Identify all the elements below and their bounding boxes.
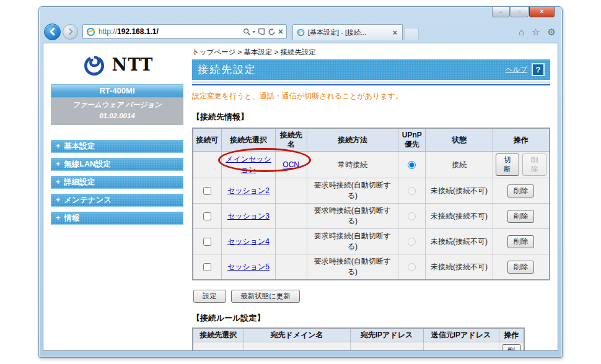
cell-actions: 切断削除 bbox=[493, 152, 550, 178]
session5-link[interactable]: セッション5 bbox=[227, 262, 270, 271]
cell-connectable bbox=[193, 254, 222, 280]
form-actions: 設定 最新状態に更新 bbox=[193, 290, 550, 303]
main-session-link[interactable]: メインセッション bbox=[226, 155, 271, 174]
close-button[interactable]: × bbox=[529, 7, 555, 17]
sidebar: NTT RT-400MI ファームウェア バージョン 01.02.0014 +基… bbox=[43, 43, 191, 350]
disconnect-button[interactable]: 切断 bbox=[496, 154, 520, 176]
rule-session2-link[interactable]: セッション2 bbox=[196, 351, 238, 352]
upnp-radio[interactable] bbox=[408, 212, 416, 220]
cell-connectable bbox=[193, 204, 222, 229]
cell-session: メインセッション bbox=[222, 152, 276, 178]
sidebar-item-label: メンテナンス bbox=[64, 196, 112, 204]
ie-logo-icon bbox=[86, 27, 95, 37]
tab-favicon-ie-icon bbox=[297, 28, 305, 37]
session2-link[interactable]: セッション2 bbox=[227, 186, 270, 195]
window-titlebar[interactable]: – ▫ × bbox=[39, 7, 562, 23]
window-controls: – ▫ × bbox=[491, 7, 555, 17]
cell-upnp bbox=[398, 152, 426, 178]
breadcrumb: トップページ > 基本設定 > 接続先設定 bbox=[192, 48, 550, 57]
router-model: RT-400MI bbox=[51, 84, 183, 98]
favorites-star-icon[interactable]: ☆ bbox=[532, 27, 540, 37]
upnp-radio[interactable] bbox=[408, 238, 416, 246]
session4-link[interactable]: セッション4 bbox=[227, 237, 270, 246]
cell-actions: 削除 bbox=[499, 342, 524, 352]
divider-rule bbox=[192, 82, 550, 85]
compatibility-view-icon[interactable] bbox=[258, 28, 265, 35]
sidebar-item-information[interactable]: +情報 bbox=[51, 212, 183, 225]
upnp-radio[interactable] bbox=[408, 161, 416, 169]
delete-button[interactable]: 削除 bbox=[507, 184, 534, 197]
sidebar-item-label: 無線LAN設定 bbox=[64, 160, 111, 168]
delete-button[interactable]: 削除 bbox=[507, 261, 534, 274]
new-tab-button[interactable] bbox=[404, 28, 419, 40]
address-bar-icons: ▾ × bbox=[243, 27, 283, 36]
cell-name bbox=[275, 204, 307, 229]
address-bar[interactable]: http://192.168.1.1/ ▾ × bbox=[82, 24, 287, 39]
back-button[interactable] bbox=[44, 24, 61, 40]
cell-session: セッション3 bbox=[222, 204, 276, 229]
cell-method: 要求時接続(自動切断する) bbox=[307, 229, 398, 254]
cell-status: 未接続(接続不可) bbox=[426, 178, 493, 204]
upnp-radio[interactable] bbox=[408, 187, 416, 195]
delete-button[interactable]: 削除 bbox=[502, 344, 522, 351]
stop-icon[interactable]: × bbox=[278, 27, 283, 36]
warning-message: 設定変更を行うと、通話・通信が切断されることがあります。 bbox=[192, 91, 550, 102]
connection-info-table-wrap: 接続可 接続先選択 接続先名 接続方法 UPnP優先 状態 操作 メインセッショ… bbox=[192, 128, 550, 280]
connection-info-table: 接続可 接続先選択 接続先名 接続方法 UPnP優先 状態 操作 メインセッショ… bbox=[192, 128, 550, 280]
minimize-button[interactable]: – bbox=[492, 7, 510, 17]
search-dropdown-icon[interactable]: ▾ bbox=[253, 29, 255, 35]
cell-session: セッション2 bbox=[222, 178, 276, 204]
sidebar-item-maintenance[interactable]: +メンテナンス bbox=[51, 194, 183, 207]
expand-plus-icon: + bbox=[56, 160, 60, 168]
connectable-checkbox[interactable] bbox=[203, 263, 211, 271]
tab-close-icon[interactable]: × bbox=[392, 28, 398, 37]
help-link[interactable]: ヘルプ bbox=[506, 65, 527, 74]
firmware-label: ファームウェア バージョン bbox=[51, 100, 183, 111]
ntt-logo: NTT bbox=[43, 48, 191, 80]
url-scheme: http:// bbox=[99, 27, 117, 36]
sidebar-item-wlan-settings[interactable]: +無線LAN設定 bbox=[51, 158, 183, 171]
col-session-select: 接続先選択 bbox=[193, 328, 243, 342]
apply-settings-button[interactable]: 設定 bbox=[193, 290, 226, 303]
col-connection-method: 接続方法 bbox=[307, 128, 398, 152]
url-text[interactable]: http://192.168.1.1/ bbox=[99, 27, 159, 36]
forward-button[interactable] bbox=[63, 24, 78, 40]
ocn-link[interactable]: OCN bbox=[283, 160, 299, 169]
table-header-row: 接続先選択 宛先ドメイン名 宛先IPアドレス 送信元IPアドレス 操作 bbox=[193, 328, 524, 342]
connectable-checkbox[interactable] bbox=[203, 238, 211, 246]
section-heading-rules: 【接続ルール設定】 bbox=[192, 313, 550, 324]
upnp-radio[interactable] bbox=[408, 263, 416, 271]
maximize-button[interactable]: ▫ bbox=[511, 7, 529, 17]
col-dest-domain: 宛先ドメイン名 bbox=[243, 328, 350, 342]
col-upnp-priority: UPnP優先 bbox=[398, 128, 426, 152]
expand-plus-icon: + bbox=[56, 214, 60, 222]
firmware-info: ファームウェア バージョン 01.02.0014 bbox=[51, 98, 183, 125]
search-icon[interactable] bbox=[243, 28, 250, 35]
cell-status: 未接続(接続不可) bbox=[426, 204, 493, 229]
delete-button[interactable]: 削除 bbox=[507, 210, 534, 223]
refresh-status-button[interactable]: 最新状態に更新 bbox=[231, 290, 300, 303]
cell-upnp bbox=[398, 178, 426, 204]
cell-upnp bbox=[398, 254, 426, 280]
sidebar-item-advanced-settings[interactable]: +詳細設定 bbox=[51, 176, 183, 189]
forward-icon bbox=[67, 28, 74, 35]
delete-button[interactable]: 削除 bbox=[507, 235, 534, 248]
refresh-icon[interactable] bbox=[268, 28, 276, 36]
connectable-checkbox[interactable] bbox=[203, 187, 211, 195]
cell-actions: 削除 bbox=[493, 178, 550, 204]
connectable-checkbox[interactable] bbox=[203, 212, 211, 220]
sidebar-item-basic-settings[interactable]: +基本設定 bbox=[51, 140, 183, 153]
table-header-row: 接続可 接続先選択 接続先名 接続方法 UPnP優先 状態 操作 bbox=[193, 128, 550, 152]
tab-router-settings[interactable]: [基本設定] - [接続... × bbox=[292, 24, 403, 40]
home-icon[interactable]: ⌂ bbox=[519, 27, 524, 37]
session3-link[interactable]: セッション3 bbox=[227, 212, 270, 220]
expand-plus-icon: + bbox=[56, 142, 60, 150]
page-viewport: NTT RT-400MI ファームウェア バージョン 01.02.0014 +基… bbox=[43, 43, 558, 351]
cell-actions: 削除 bbox=[493, 229, 550, 254]
back-icon bbox=[48, 27, 57, 36]
help-question-icon[interactable]: ? bbox=[532, 63, 545, 76]
settings-gear-icon[interactable]: ⚙ bbox=[548, 27, 556, 37]
connection-rule-table: 接続先選択 宛先ドメイン名 宛先IPアドレス 送信元IPアドレス 操作 セッショ… bbox=[192, 327, 525, 351]
expand-plus-icon: + bbox=[56, 178, 60, 186]
browser-window: – ▫ × http://192.168.1.1/ ▾ × [基本設定] - [… bbox=[38, 6, 563, 358]
